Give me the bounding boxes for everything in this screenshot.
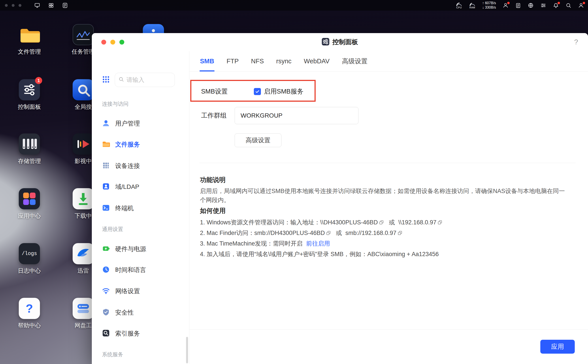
desktop-icon-help-center[interactable]: ? 帮助中心 [9,298,49,329]
apply-button[interactable]: 应用 [540,340,575,354]
window-title: 控制面板 [332,38,358,46]
howto-text: 1. Windows资源文件管理器访问：输入地址： [200,218,320,226]
desktop-icon-file-manager[interactable]: 文件管理 [9,24,49,56]
desktop-icon-label: 文件管理 [9,48,49,56]
sidebar-item-time-language[interactable]: 时间和语言 [92,260,187,281]
workgroup-input[interactable] [235,107,359,124]
network-speed[interactable]: ↑ 607B/s ↓ 330B/s [482,1,496,10]
index-search-icon [102,329,110,338]
tab-bar: SMB FTP NFS rsync WebDAV 高级设置 [189,51,588,72]
feature-title: 功能说明 [200,176,226,184]
app-grid-icon[interactable] [48,2,54,8]
device-grid-icon [102,162,110,170]
sidebar-item-security[interactable]: 安全性 [92,302,187,323]
maximize-button[interactable] [119,40,124,45]
close-button[interactable] [101,40,106,45]
howto-line-2: 2. Mac Finder访问： smb://DH4300PLUS-46BD 或… [200,229,570,237]
tab-advanced[interactable]: 高级设置 [342,51,367,72]
sidebar-item-label: 终端机 [115,204,134,212]
howto-or: 或 [389,218,395,226]
copy-icon[interactable] [326,231,331,236]
window-title-group: 控制面板 [322,38,358,46]
notification-badge: 1 [35,77,42,84]
settings-sidebar: 连接与访问 用户管理 文件服务 设备连接 域/LDAP [92,51,189,364]
file-manager-icon [19,24,40,45]
divider [199,163,576,163]
search-input[interactable] [126,77,166,83]
help-center-icon: ? [19,298,40,319]
task-list-icon[interactable] [62,2,68,8]
sidebar-item-label: 安全性 [115,308,134,317]
desktop-icon-label: 应用中心 [9,212,49,220]
howto-line-4: 4. 加入域后，请使用“域名\域用户账户+密码”登录 SMB，例如：ABC\xi… [200,250,570,258]
clipboard-icon[interactable] [515,2,521,8]
tab-ftp[interactable]: FTP [226,51,239,72]
sidebar-section-title: 系统服务 [102,350,123,359]
display-icon[interactable] [34,2,40,8]
window-dot [19,4,21,7]
howto-line-3: 3. Mac TimeMachine发现：需同时开启 前往启用 [200,240,570,247]
sidebar-item-network-settings[interactable]: 网络设置 [92,281,187,302]
copy-icon[interactable] [379,220,384,225]
sidebar-item-domain-ldap[interactable]: 域/LDAP [92,176,187,197]
ram-gauge-label: RAM [470,6,475,9]
ram-gauge[interactable]: RAM [469,2,476,9]
desktop-icon-log-center[interactable]: /logs 日志中心 [9,243,49,275]
sidebar-item-label: 时间和语言 [115,266,146,274]
download-center-icon [73,188,94,209]
advanced-settings-button[interactable]: 高级设置 [235,133,281,147]
desktop-icon-app-center[interactable]: 应用中心 [9,188,49,220]
sidebar-item-index-service[interactable]: 索引服务 [92,323,187,344]
tab-webdav[interactable]: WebDAV [304,51,330,72]
upload-speed: ↑ 607B/s [482,1,496,5]
desktop-icon-label: 存储管理 [9,157,49,165]
enable-smb-checkbox[interactable] [254,88,261,95]
sidebar-item-device-connect[interactable]: 设备连接 [92,155,187,176]
howto-title: 如何使用 [200,207,226,215]
window-dot [5,4,8,7]
sidebar-item-user-management[interactable]: 用户管理 [92,113,187,134]
sidebar-item-file-service[interactable]: 文件服务 [92,134,187,155]
user-icon [102,119,110,128]
tab-smb[interactable]: SMB [200,51,214,72]
log-center-icon-text: /logs [22,251,37,257]
search-icon [118,77,124,83]
shield-icon [102,308,110,317]
folder-icon [102,140,110,149]
desktop-icon-storage-manager[interactable]: 存储管理 [9,133,49,165]
copy-icon[interactable] [398,231,403,236]
desktop-icon-control-panel[interactable]: 1 控制面板 [9,79,49,111]
sidebar-section-title: 连接与访问 [102,99,129,108]
sidebar-item-hardware-power[interactable]: 硬件与电源 [92,239,187,260]
apps-grid-icon[interactable] [102,75,110,84]
control-panel-window: 控制面板 ? 连接与访问 [92,33,588,364]
tab-nfs[interactable]: NFS [251,51,264,72]
cpu-gauge[interactable]: CPU [456,2,462,9]
account-icon[interactable] [578,2,584,8]
thunder-icon [73,243,94,264]
sidebar-scrollbar[interactable] [186,337,188,363]
tab-rsync[interactable]: rsync [276,51,291,72]
smb-address: \\192.168.0.97 [399,219,437,226]
minimize-button[interactable] [110,40,115,45]
globe-icon[interactable] [528,2,534,8]
user-status-icon[interactable] [503,2,509,8]
desktop-icon-label: 日志中心 [9,267,49,275]
sidebar-search[interactable] [115,73,175,87]
go-enable-link[interactable]: 前往启用 [306,240,330,247]
howto-text: 2. Mac Finder访问： [200,229,254,237]
clock-icon [102,266,110,274]
menubar-left [5,2,68,8]
search-icon[interactable] [565,2,571,8]
sidebar-section-title: 通用设置 [102,225,123,234]
help-button[interactable]: ? [574,38,578,46]
control-panel-icon: 1 [19,79,40,100]
bell-icon[interactable] [553,2,559,8]
sidebar-item-terminal[interactable]: 终端机 [92,198,187,219]
control-panel-title-icon [322,38,329,46]
menubar-shortcuts [34,2,68,8]
sliders-icon[interactable] [540,2,546,8]
window-titlebar: 控制面板 ? [92,33,588,51]
terminal-icon [102,204,110,213]
copy-icon[interactable] [438,220,443,225]
